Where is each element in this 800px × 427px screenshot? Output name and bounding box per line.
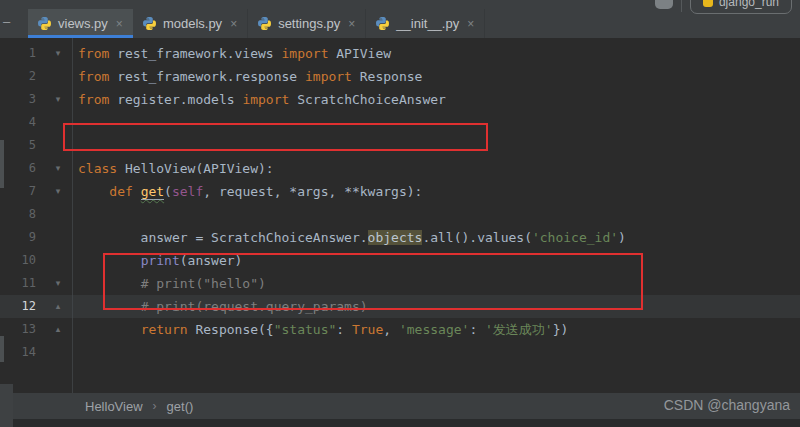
run-configuration-zone: django_run: [655, 0, 792, 14]
fold-marker-icon[interactable]: ▾: [44, 42, 72, 65]
code-text[interactable]: answer = ScratchChoiceAnswer.objects.all…: [72, 226, 800, 249]
code-line-2[interactable]: 2from rest_framework.response import Res…: [0, 65, 800, 88]
code-line-13[interactable]: 13▴ return Response({"status": True, 'me…: [0, 318, 800, 341]
fold-column: [44, 341, 72, 364]
breadcrumb-class[interactable]: HelloView: [85, 399, 143, 414]
tab-settings.py[interactable]: settings.py×: [248, 9, 366, 38]
code-line-11[interactable]: 11▾ # print("hello"): [0, 272, 800, 295]
code-line-6[interactable]: 6▾class HelloView(APIView):: [0, 157, 800, 180]
code-line-7[interactable]: 7▾ def get(self, request, *args, **kwarg…: [0, 180, 800, 203]
line-number[interactable]: 4: [0, 111, 44, 134]
fold-column: [44, 203, 72, 226]
python-file-icon: [375, 16, 390, 31]
code-line-3[interactable]: 3▾from register.models import ScratchCho…: [0, 88, 800, 111]
tool-window-stripe: [0, 140, 4, 188]
panel-collapse-dash: –: [3, 14, 10, 29]
tab-close-icon[interactable]: ×: [116, 17, 123, 31]
fold-marker-icon[interactable]: ▾: [44, 272, 72, 295]
tab-label: settings.py: [278, 16, 340, 31]
python-file-icon: [37, 16, 52, 31]
bottom-left-panel-edge: [0, 384, 13, 427]
line-number[interactable]: 14: [0, 341, 44, 364]
tab-close-icon[interactable]: ×: [467, 17, 474, 31]
line-number[interactable]: 5: [0, 134, 44, 157]
code-text[interactable]: class HelloView(APIView):: [72, 157, 800, 180]
run-configuration-button[interactable]: django_run: [690, 0, 792, 14]
editor-tab-bar: – views.py×models.py×settings.py×__init_…: [0, 0, 800, 38]
code-text[interactable]: # print(request.query_params): [72, 295, 800, 318]
run-config-icon: [703, 0, 713, 7]
line-number[interactable]: 3: [0, 88, 44, 111]
fold-marker-icon[interactable]: ▾: [44, 180, 72, 203]
code-line-14[interactable]: 14: [0, 341, 800, 364]
code-text[interactable]: from rest_framework.views import APIView: [72, 42, 800, 65]
line-number[interactable]: 2: [0, 65, 44, 88]
line-number[interactable]: 8: [0, 203, 44, 226]
python-file-icon: [257, 16, 272, 31]
footer-strip: [13, 419, 800, 427]
code-text[interactable]: from rest_framework.response import Resp…: [72, 65, 800, 88]
tab-views.py[interactable]: views.py×: [28, 9, 133, 38]
code-line-10[interactable]: 10 print(answer): [0, 249, 800, 272]
code-text[interactable]: [72, 341, 800, 364]
code-text[interactable]: [72, 111, 800, 134]
tool-window-stripe: [0, 336, 4, 362]
code-line-4[interactable]: 4: [0, 111, 800, 134]
tab-__init__.py[interactable]: __init__.py×: [366, 9, 485, 38]
tab-close-icon[interactable]: ×: [348, 17, 355, 31]
line-number[interactable]: 11: [0, 272, 44, 295]
fold-marker-icon[interactable]: ▴: [44, 318, 72, 341]
tool-icon[interactable]: [655, 0, 673, 9]
code-text[interactable]: [72, 134, 800, 157]
fold-marker-icon[interactable]: ▴: [44, 295, 72, 318]
tab-strip: views.py×models.py×settings.py×__init__.…: [28, 9, 485, 38]
ide-window: – views.py×models.py×settings.py×__init_…: [0, 0, 800, 427]
tab-label: models.py: [163, 16, 222, 31]
fold-column: [44, 226, 72, 249]
code-line-9[interactable]: 9 answer = ScratchChoiceAnswer.objects.a…: [0, 226, 800, 249]
code-line-8[interactable]: 8: [0, 203, 800, 226]
line-number[interactable]: 6: [0, 157, 44, 180]
line-number[interactable]: 12: [0, 295, 44, 318]
fold-marker-icon[interactable]: ▾: [44, 88, 72, 111]
toolbar-divider: [681, 0, 682, 12]
code-editor[interactable]: 1▾from rest_framework.views import APIVi…: [0, 38, 800, 393]
run-config-label: django_run: [719, 0, 779, 9]
code-lines: 1▾from rest_framework.views import APIVi…: [0, 42, 800, 364]
breadcrumb-separator-icon: ›: [153, 399, 157, 413]
tab-label: views.py: [58, 16, 108, 31]
code-line-1[interactable]: 1▾from rest_framework.views import APIVi…: [0, 42, 800, 65]
code-line-5[interactable]: 5: [0, 134, 800, 157]
code-line-12[interactable]: 12▴ # print(request.query_params): [0, 295, 800, 318]
code-text[interactable]: return Response({"status": True, 'messag…: [72, 318, 800, 341]
line-number[interactable]: 7: [0, 180, 44, 203]
tab-label: __init__.py: [396, 16, 459, 31]
code-text[interactable]: [72, 203, 800, 226]
code-text[interactable]: # print("hello"): [72, 272, 800, 295]
code-text[interactable]: print(answer): [72, 249, 800, 272]
fold-column: [44, 134, 72, 157]
line-number[interactable]: 13: [0, 318, 44, 341]
line-number[interactable]: 9: [0, 226, 44, 249]
python-file-icon: [142, 16, 157, 31]
breadcrumb-method[interactable]: get(): [167, 399, 194, 414]
tab-close-icon[interactable]: ×: [230, 17, 237, 31]
tab-models.py[interactable]: models.py×: [133, 9, 248, 38]
line-number[interactable]: 1: [0, 42, 44, 65]
fold-column: [44, 111, 72, 134]
code-text[interactable]: from register.models import ScratchChoic…: [72, 88, 800, 111]
watermark-text: CSDN @changyana: [664, 397, 790, 413]
fold-column: [44, 249, 72, 272]
fold-column: [44, 65, 72, 88]
line-number[interactable]: 10: [0, 249, 44, 272]
code-text[interactable]: def get(self, request, *args, **kwargs):: [72, 180, 800, 203]
fold-marker-icon[interactable]: ▾: [44, 157, 72, 180]
